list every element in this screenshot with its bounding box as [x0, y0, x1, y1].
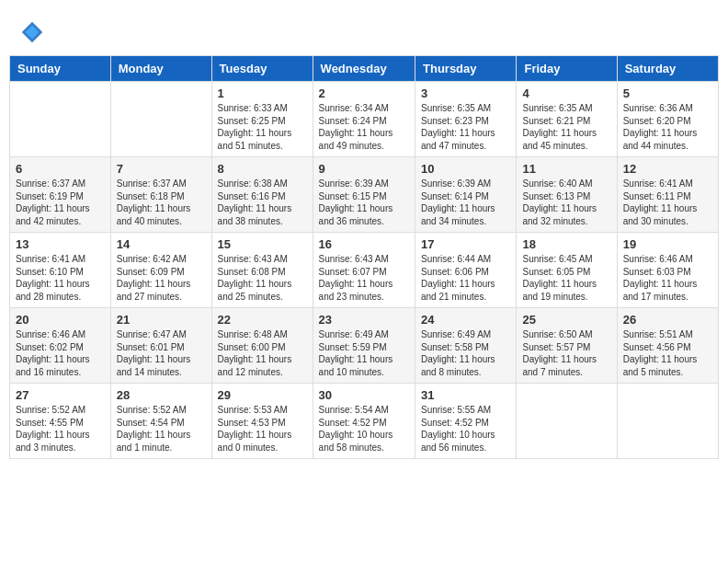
day-number: 10	[421, 162, 510, 176]
day-number: 31	[421, 388, 510, 402]
calendar-cell: 11Sunrise: 6:40 AM Sunset: 6:13 PM Dayli…	[517, 157, 617, 233]
day-info: Sunrise: 6:35 AM Sunset: 6:21 PM Dayligh…	[522, 102, 610, 152]
day-info: Sunrise: 5:52 AM Sunset: 4:55 PM Dayligh…	[16, 404, 105, 454]
calendar-week-3: 13Sunrise: 6:41 AM Sunset: 6:10 PM Dayli…	[10, 233, 719, 308]
day-info: Sunrise: 5:53 AM Sunset: 4:53 PM Dayligh…	[218, 404, 307, 454]
day-header-monday: Monday	[110, 56, 211, 82]
calendar-cell: 8Sunrise: 6:38 AM Sunset: 6:16 PM Daylig…	[211, 157, 313, 233]
calendar-table: SundayMondayTuesdayWednesdayThursdayFrid…	[9, 55, 719, 459]
day-number: 11	[522, 162, 610, 176]
calendar-cell: 12Sunrise: 6:41 AM Sunset: 6:11 PM Dayli…	[617, 157, 718, 233]
calendar-header-row: SundayMondayTuesdayWednesdayThursdayFrid…	[10, 56, 719, 82]
calendar-cell: 27Sunrise: 5:52 AM Sunset: 4:55 PM Dayli…	[10, 384, 111, 459]
calendar-cell: 6Sunrise: 6:37 AM Sunset: 6:19 PM Daylig…	[10, 157, 111, 233]
logo-icon	[18, 18, 46, 46]
calendar-cell: 7Sunrise: 6:37 AM Sunset: 6:18 PM Daylig…	[110, 157, 211, 233]
calendar-cell: 20Sunrise: 6:46 AM Sunset: 6:02 PM Dayli…	[10, 308, 111, 384]
calendar-cell	[10, 82, 111, 157]
day-number: 6	[16, 162, 105, 176]
calendar-week-5: 27Sunrise: 5:52 AM Sunset: 4:55 PM Dayli…	[10, 384, 719, 459]
day-number: 26	[623, 313, 712, 327]
day-number: 12	[623, 162, 712, 176]
day-info: Sunrise: 6:41 AM Sunset: 6:10 PM Dayligh…	[16, 253, 105, 303]
day-info: Sunrise: 6:33 AM Sunset: 6:25 PM Dayligh…	[218, 102, 307, 152]
calendar-cell: 9Sunrise: 6:39 AM Sunset: 6:15 PM Daylig…	[313, 157, 415, 233]
calendar-cell: 31Sunrise: 5:55 AM Sunset: 4:52 PM Dayli…	[415, 384, 517, 459]
calendar-cell: 18Sunrise: 6:45 AM Sunset: 6:05 PM Dayli…	[517, 233, 617, 308]
calendar-cell: 10Sunrise: 6:39 AM Sunset: 6:14 PM Dayli…	[415, 157, 517, 233]
day-header-tuesday: Tuesday	[211, 56, 313, 82]
calendar-cell: 22Sunrise: 6:48 AM Sunset: 6:00 PM Dayli…	[211, 308, 313, 384]
day-info: Sunrise: 5:55 AM Sunset: 4:52 PM Dayligh…	[421, 404, 510, 454]
day-info: Sunrise: 6:49 AM Sunset: 5:59 PM Dayligh…	[319, 328, 409, 378]
calendar-cell	[617, 384, 718, 459]
day-number: 8	[218, 162, 307, 176]
day-info: Sunrise: 6:44 AM Sunset: 6:06 PM Dayligh…	[421, 253, 510, 303]
day-number: 1	[218, 86, 307, 100]
day-number: 5	[623, 86, 712, 100]
day-info: Sunrise: 6:46 AM Sunset: 6:03 PM Dayligh…	[623, 253, 712, 303]
day-info: Sunrise: 6:50 AM Sunset: 5:57 PM Dayligh…	[522, 328, 610, 378]
day-number: 24	[421, 313, 510, 327]
calendar-cell	[110, 82, 211, 157]
calendar-cell: 24Sunrise: 6:49 AM Sunset: 5:58 PM Dayli…	[415, 308, 517, 384]
calendar-cell	[517, 384, 617, 459]
calendar-cell: 4Sunrise: 6:35 AM Sunset: 6:21 PM Daylig…	[517, 82, 617, 157]
day-info: Sunrise: 6:46 AM Sunset: 6:02 PM Dayligh…	[16, 328, 105, 378]
day-number: 4	[522, 86, 610, 100]
calendar-cell: 25Sunrise: 6:50 AM Sunset: 5:57 PM Dayli…	[517, 308, 617, 384]
day-info: Sunrise: 6:41 AM Sunset: 6:11 PM Dayligh…	[623, 178, 712, 227]
calendar-cell: 16Sunrise: 6:43 AM Sunset: 6:07 PM Dayli…	[313, 233, 415, 308]
header	[9, 9, 719, 50]
calendar-cell: 30Sunrise: 5:54 AM Sunset: 4:52 PM Dayli…	[313, 384, 415, 459]
calendar-cell: 19Sunrise: 6:46 AM Sunset: 6:03 PM Dayli…	[617, 233, 718, 308]
calendar-cell: 3Sunrise: 6:35 AM Sunset: 6:23 PM Daylig…	[415, 82, 517, 157]
calendar-cell: 14Sunrise: 6:42 AM Sunset: 6:09 PM Dayli…	[110, 233, 211, 308]
day-number: 29	[218, 388, 307, 402]
day-number: 28	[117, 388, 206, 402]
day-info: Sunrise: 6:43 AM Sunset: 6:08 PM Dayligh…	[218, 253, 307, 303]
day-info: Sunrise: 6:39 AM Sunset: 6:14 PM Dayligh…	[421, 178, 510, 227]
day-number: 2	[319, 86, 409, 100]
day-number: 14	[117, 237, 206, 251]
day-info: Sunrise: 5:51 AM Sunset: 4:56 PM Dayligh…	[623, 328, 712, 378]
day-info: Sunrise: 6:35 AM Sunset: 6:23 PM Dayligh…	[421, 102, 510, 152]
day-info: Sunrise: 6:37 AM Sunset: 6:19 PM Dayligh…	[16, 178, 105, 227]
day-info: Sunrise: 6:39 AM Sunset: 6:15 PM Dayligh…	[319, 178, 409, 227]
day-header-sunday: Sunday	[10, 56, 111, 82]
day-info: Sunrise: 5:54 AM Sunset: 4:52 PM Dayligh…	[319, 404, 409, 454]
day-number: 23	[319, 313, 409, 327]
calendar-cell: 21Sunrise: 6:47 AM Sunset: 6:01 PM Dayli…	[110, 308, 211, 384]
calendar-cell: 15Sunrise: 6:43 AM Sunset: 6:08 PM Dayli…	[211, 233, 313, 308]
day-info: Sunrise: 6:42 AM Sunset: 6:09 PM Dayligh…	[117, 253, 206, 303]
day-number: 13	[16, 237, 105, 251]
day-number: 27	[16, 388, 105, 402]
day-number: 20	[16, 313, 105, 327]
day-info: Sunrise: 6:36 AM Sunset: 6:20 PM Dayligh…	[623, 102, 712, 152]
day-info: Sunrise: 6:47 AM Sunset: 6:01 PM Dayligh…	[117, 328, 206, 378]
day-number: 19	[623, 237, 712, 251]
calendar-cell: 17Sunrise: 6:44 AM Sunset: 6:06 PM Dayli…	[415, 233, 517, 308]
day-info: Sunrise: 6:40 AM Sunset: 6:13 PM Dayligh…	[522, 178, 610, 227]
calendar-cell: 13Sunrise: 6:41 AM Sunset: 6:10 PM Dayli…	[10, 233, 111, 308]
day-info: Sunrise: 6:49 AM Sunset: 5:58 PM Dayligh…	[421, 328, 510, 378]
day-info: Sunrise: 6:43 AM Sunset: 6:07 PM Dayligh…	[319, 253, 409, 303]
calendar-cell: 28Sunrise: 5:52 AM Sunset: 4:54 PM Dayli…	[110, 384, 211, 459]
calendar-week-2: 6Sunrise: 6:37 AM Sunset: 6:19 PM Daylig…	[10, 157, 719, 233]
day-number: 16	[319, 237, 409, 251]
day-number: 22	[218, 313, 307, 327]
day-number: 25	[522, 313, 610, 327]
day-header-saturday: Saturday	[617, 56, 718, 82]
day-number: 21	[117, 313, 206, 327]
calendar-cell: 1Sunrise: 6:33 AM Sunset: 6:25 PM Daylig…	[211, 82, 313, 157]
day-info: Sunrise: 6:48 AM Sunset: 6:00 PM Dayligh…	[218, 328, 307, 378]
calendar-body: 1Sunrise: 6:33 AM Sunset: 6:25 PM Daylig…	[10, 82, 719, 459]
day-info: Sunrise: 6:38 AM Sunset: 6:16 PM Dayligh…	[218, 178, 307, 227]
day-number: 30	[319, 388, 409, 402]
day-info: Sunrise: 5:52 AM Sunset: 4:54 PM Dayligh…	[117, 404, 206, 454]
calendar-cell: 26Sunrise: 5:51 AM Sunset: 4:56 PM Dayli…	[617, 308, 718, 384]
day-number: 7	[117, 162, 206, 176]
day-header-thursday: Thursday	[415, 56, 517, 82]
day-number: 17	[421, 237, 510, 251]
day-info: Sunrise: 6:37 AM Sunset: 6:18 PM Dayligh…	[117, 178, 206, 227]
